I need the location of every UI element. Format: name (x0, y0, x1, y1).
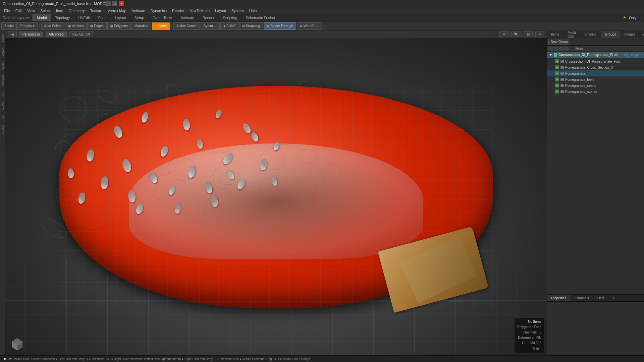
tab-render[interactable]: Render (198, 14, 219, 21)
tab-layout[interactable]: Layout (111, 14, 130, 21)
presets-button[interactable]: Presets ▾ (17, 22, 38, 30)
scene-item-0[interactable]: ● M Crosssection_Of_Pomegranate_Fruit (547, 58, 644, 64)
menu-view[interactable]: View (24, 8, 38, 13)
viewport-raygl-btn[interactable]: Ray GL: Off (69, 32, 93, 37)
viewport-expand-btn[interactable]: ◀ (8, 32, 17, 37)
close-button[interactable]: ✕ (119, 1, 124, 6)
scene-group-header[interactable]: ▼ Crosssection_Of_Pomegranate_Fruit (2) … (547, 52, 644, 58)
item-vis-0[interactable]: ● (555, 59, 559, 63)
polygons-button[interactable]: Polygons (107, 22, 131, 30)
left-tab-vertex[interactable]: Vertex (0, 45, 5, 59)
maximize-button[interactable]: □ (112, 1, 117, 6)
panel-tab-add[interactable]: + (640, 31, 644, 38)
bottom-tab-channels[interactable]: Channels (571, 295, 593, 301)
tab-topology[interactable]: Topology (51, 14, 74, 21)
worldpl-button[interactable]: ⊕ WorldPl ... (297, 22, 322, 30)
left-tab-polygon[interactable]: Polygon (0, 72, 5, 89)
vertices-button[interactable]: Vertices (65, 22, 87, 30)
left-tab-sculpt[interactable]: Sculpt (0, 31, 5, 45)
viewport-settings-btn[interactable]: ⚙ (499, 32, 508, 37)
tab-setup[interactable]: Setup (130, 14, 149, 21)
snapping-label: Snapping (246, 24, 260, 28)
edges-dot (90, 25, 93, 27)
symmetry-button[interactable]: Symm ... (201, 22, 220, 30)
bottom-tab-add[interactable]: + (608, 295, 619, 301)
scene-item-1[interactable]: ● M Pomegranate_Cross_Section_3 (547, 64, 644, 70)
item-vis-1[interactable]: ● (555, 65, 559, 69)
viewport-close-btn[interactable]: ✕ (535, 32, 544, 37)
minimize-button[interactable]: — (105, 1, 111, 6)
status-gl: GL : 138,508 (517, 341, 541, 346)
tab-uvedit[interactable]: UVEdit (74, 14, 94, 21)
bottom-tab-properties[interactable]: Properties (547, 295, 571, 301)
viewport-status: No Items Polygons : Face Channels : 0 De… (515, 318, 544, 353)
items-button[interactable]: Items (152, 22, 170, 30)
menu-layout[interactable]: Layout (212, 8, 229, 13)
item-name-5: Pomegranate_stones (565, 90, 597, 94)
scene-item-2[interactable]: ● M Pomegranate (547, 70, 644, 76)
viewport-canvas[interactable]: No Items Polygons : Face Channels : 0 De… (5, 38, 547, 355)
sculpt-button[interactable]: Sculpt (1, 22, 17, 30)
falloff-label: Falloff (226, 24, 235, 28)
materials-button[interactable]: Materials (131, 22, 151, 30)
scene-item-5[interactable]: ● M Pomegranate_stones (547, 88, 644, 95)
new-group-button[interactable]: New Group (548, 39, 570, 45)
falloff-button[interactable]: ● Falloff (220, 22, 238, 30)
menu-edit[interactable]: Edit (13, 8, 24, 13)
edges-button[interactable]: Edges (87, 22, 106, 30)
scene-item-3[interactable]: ● M Pomegranate_leefs (547, 76, 644, 82)
tab-paint[interactable]: Paint (94, 14, 111, 21)
menu-render[interactable]: Render (169, 8, 187, 13)
menu-geometry[interactable]: Geometry (66, 8, 87, 13)
item-vis-3[interactable]: ● (555, 77, 559, 81)
menu-system[interactable]: System (229, 8, 247, 13)
left-tab-fusion[interactable]: Fusion (0, 122, 5, 137)
statusbar-text: Left Double Click: Select Connected ● Le… (7, 357, 310, 361)
panel-tab-groups[interactable]: Groups (601, 31, 621, 38)
menu-help[interactable]: Help (247, 8, 260, 13)
panel-tab-images[interactable]: Images (620, 31, 640, 38)
menu-vertex-map[interactable]: Vertex Map (105, 8, 129, 13)
tab-model[interactable]: Model (33, 14, 51, 21)
left-tab-uv[interactable]: UV (0, 88, 5, 99)
left-tab-uv2[interactable]: UV (0, 112, 5, 122)
snapping-button[interactable]: ⊞ Snapping (239, 22, 263, 30)
scene-item-4[interactable]: ● M Pomegranate_seeds (547, 82, 644, 88)
item-vis-2[interactable]: ● (555, 71, 559, 75)
left-tab-edge[interactable]: Edge (0, 59, 5, 72)
panel-tab-items[interactable]: Items (547, 31, 564, 38)
menu-file[interactable]: File (1, 8, 13, 13)
auto-select-button[interactable]: Auto Select (41, 22, 64, 30)
menu-dynamics[interactable]: Dynamics (148, 8, 169, 13)
left-tab-curve[interactable]: Curve (0, 99, 5, 112)
window-controls[interactable]: — □ ✕ (105, 1, 124, 6)
viewport-advanced-btn[interactable]: Advanced (46, 32, 66, 37)
panel-tab-shading[interactable]: Shading (580, 31, 601, 38)
viewport-zoom-btn[interactable]: 🔍 (511, 32, 521, 37)
viewport-maximize-btn[interactable]: ⊡ (524, 32, 533, 37)
menu-maxtomodo[interactable]: MaxToModo (187, 8, 212, 13)
polygons-label: Polygons (114, 24, 128, 28)
add-tab-icon[interactable]: + (639, 16, 641, 20)
viewport-perspective-btn[interactable]: Perspective (19, 32, 43, 37)
tab-animate[interactable]: Animate (176, 14, 198, 21)
status-dot-1 (4, 358, 6, 360)
tab-game-tools[interactable]: Game Tools (149, 14, 177, 21)
panel-tab-mesh-ops[interactable]: Mesh Ops (564, 31, 580, 38)
tab-scripting[interactable]: Scripting (219, 14, 242, 21)
bottom-tab-lists[interactable]: Lists (593, 295, 609, 301)
tab-schematic-fusion[interactable]: Schematic Fusion (241, 14, 279, 21)
menu-texture[interactable]: Texture (88, 8, 105, 13)
item-vis-4[interactable]: ● (555, 83, 559, 87)
menu-item[interactable]: Item (53, 8, 66, 13)
menu-select[interactable]: Select (38, 8, 53, 13)
main-viewport[interactable]: ◀ Perspective Advanced Ray GL: Off ⚙ 🔍 ⊡… (5, 31, 547, 355)
select-through-button[interactable]: ◈ Select Through (264, 22, 296, 30)
item-vis-5[interactable]: ● (555, 89, 559, 94)
symmetry-label: Symm ... (204, 24, 217, 28)
presets-label: Presets (20, 24, 32, 28)
menu-animate[interactable]: Animate (129, 8, 148, 13)
seed-area (144, 149, 409, 253)
action-center-button[interactable]: Action Center (173, 22, 200, 30)
layout-selector[interactable]: Default Layouts ▾ (0, 14, 33, 21)
